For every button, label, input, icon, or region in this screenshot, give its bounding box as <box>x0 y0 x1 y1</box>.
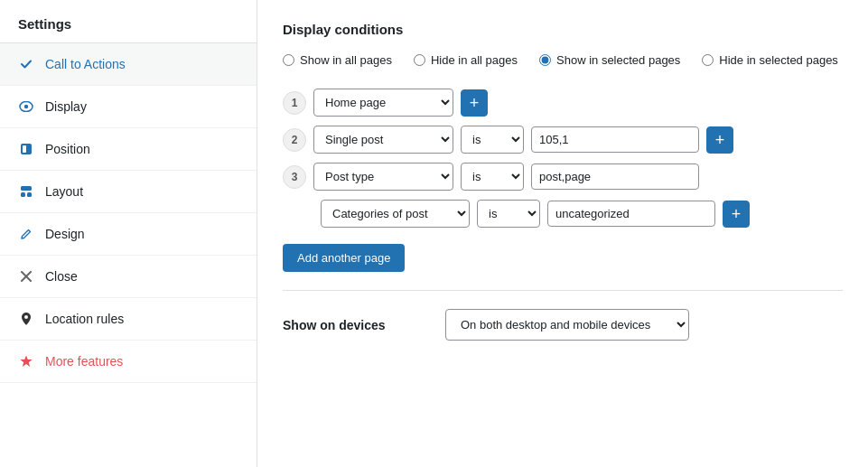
condition-row-1: 1 Home page Single post Post type Front … <box>283 89 843 117</box>
operator-select-2[interactable]: is is not <box>461 126 524 154</box>
eye-icon <box>18 98 34 115</box>
radio-hide-all-pages[interactable]: Hide in all pages <box>414 53 518 67</box>
pencil-icon <box>18 226 34 242</box>
value-input-3[interactable] <box>531 163 699 190</box>
svg-point-9 <box>24 315 28 319</box>
row-number-2: 2 <box>283 128 306 152</box>
sidebar-item-position[interactable]: Position <box>0 128 257 171</box>
sidebar: Settings Call to Actions Display Positio… <box>0 0 257 467</box>
svg-rect-4 <box>21 186 32 191</box>
radio-show-all-pages[interactable]: Show in all pages <box>283 53 392 67</box>
sidebar-item-call-to-actions[interactable]: Call to Actions <box>0 43 257 86</box>
sidebar-label-location-rules: Location rules <box>45 312 124 326</box>
sidebar-item-more-features[interactable]: More features <box>0 341 257 383</box>
show-on-devices-label: Show on devices <box>283 318 427 332</box>
svg-rect-3 <box>23 145 26 153</box>
radio-hide-all-label: Hide in all pages <box>431 53 518 67</box>
devices-select[interactable]: On both desktop and mobile devices Deskt… <box>445 309 689 341</box>
condition-row-2: 2 Single post Home page Post type is is … <box>283 126 843 154</box>
page-select-2[interactable]: Single post Home page Post type <box>313 126 453 154</box>
condition-rows: 1 Home page Single post Post type Front … <box>283 89 843 228</box>
sidebar-item-design[interactable]: Design <box>0 213 257 256</box>
radio-group: Show in all pages Hide in all pages Show… <box>283 53 843 67</box>
operator-select-sub[interactable]: is is not <box>477 200 540 228</box>
sidebar-item-close[interactable]: Close <box>0 256 257 298</box>
add-condition-btn-2[interactable]: + <box>706 126 733 154</box>
show-on-devices-section: Show on devices On both desktop and mobi… <box>283 309 843 341</box>
check-icon <box>18 56 34 72</box>
row-number-1: 1 <box>283 91 306 115</box>
location-icon <box>18 311 34 327</box>
sidebar-label-position: Position <box>45 142 90 156</box>
add-another-page-button[interactable]: Add another page <box>283 244 405 272</box>
svg-rect-6 <box>27 192 32 197</box>
divider <box>283 290 843 291</box>
sidebar-item-display[interactable]: Display <box>0 86 257 128</box>
main-content: Display conditions Show in all pages Hid… <box>257 0 868 467</box>
position-icon <box>18 141 34 157</box>
radio-hide-selected-pages[interactable]: Hide in selected pages <box>702 53 838 67</box>
svg-marker-10 <box>21 356 33 368</box>
condition-sub-row: Categories of post Tags of post is is no… <box>283 200 843 228</box>
value-input-2[interactable] <box>531 126 699 153</box>
sidebar-label-design: Design <box>45 227 85 241</box>
close-icon <box>18 268 34 285</box>
radio-show-selected-pages[interactable]: Show in selected pages <box>539 53 680 67</box>
radio-show-all-label: Show in all pages <box>300 53 392 67</box>
operator-select-3[interactable]: is is not <box>461 163 524 191</box>
page-select-3[interactable]: Post type Home page Single post <box>313 163 453 191</box>
category-select[interactable]: Categories of post Tags of post <box>321 200 470 228</box>
category-value-input[interactable] <box>547 201 715 227</box>
add-condition-btn-1[interactable]: + <box>461 89 488 117</box>
row-number-3: 3 <box>283 165 306 189</box>
sidebar-label-close: Close <box>45 269 78 284</box>
star-icon <box>18 353 34 369</box>
sidebar-title: Settings <box>0 0 257 43</box>
display-conditions-title: Display conditions <box>283 22 843 37</box>
sidebar-label-more-features: More features <box>45 354 123 369</box>
radio-hide-selected-input[interactable] <box>702 54 714 66</box>
radio-hide-selected-label: Hide in selected pages <box>719 53 838 67</box>
radio-show-all-input[interactable] <box>283 54 294 66</box>
sidebar-label-layout: Layout <box>45 184 83 199</box>
radio-hide-all-input[interactable] <box>414 54 425 66</box>
page-select-1[interactable]: Home page Single post Post type Front pa… <box>313 89 453 117</box>
radio-show-selected-label: Show in selected pages <box>556 53 680 67</box>
sidebar-item-location-rules[interactable]: Location rules <box>0 298 257 341</box>
radio-show-selected-input[interactable] <box>539 54 551 66</box>
sidebar-label-call-to-actions: Call to Actions <box>45 57 126 71</box>
svg-point-1 <box>24 105 28 108</box>
layout-icon <box>18 183 34 200</box>
condition-row-3: 3 Post type Home page Single post is is … <box>283 163 843 191</box>
add-sub-condition-btn[interactable]: + <box>723 201 750 228</box>
sidebar-label-display: Display <box>45 99 87 114</box>
svg-rect-5 <box>21 192 25 197</box>
sidebar-item-layout[interactable]: Layout <box>0 171 257 213</box>
